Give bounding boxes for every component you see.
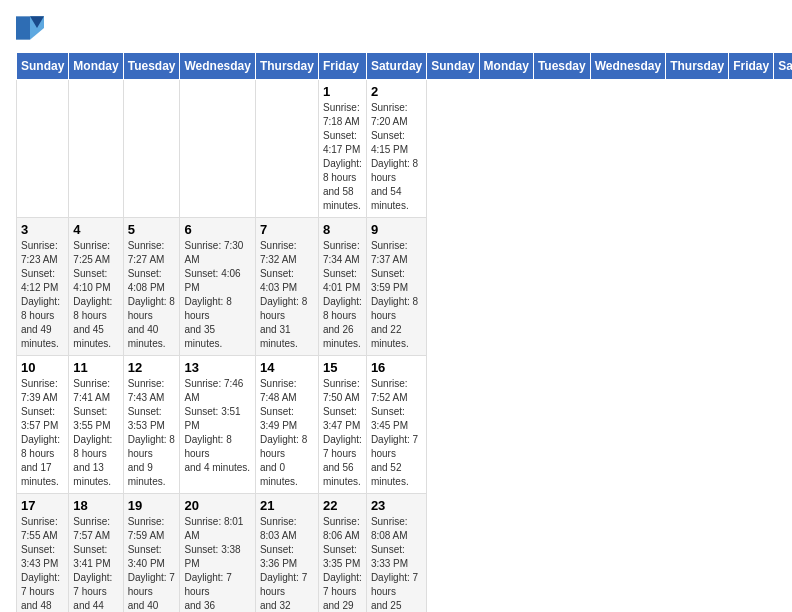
- header-day-friday: Friday: [729, 53, 774, 80]
- day-number: 12: [128, 360, 176, 375]
- calendar-cell: 22Sunrise: 8:06 AM Sunset: 3:35 PM Dayli…: [318, 494, 366, 613]
- calendar-cell: [17, 80, 69, 218]
- day-info: Sunrise: 8:06 AM Sunset: 3:35 PM Dayligh…: [323, 515, 362, 612]
- calendar-table: SundayMondayTuesdayWednesdayThursdayFrid…: [16, 52, 792, 612]
- calendar-cell: 1Sunrise: 7:18 AM Sunset: 4:17 PM Daylig…: [318, 80, 366, 218]
- day-info: Sunrise: 7:55 AM Sunset: 3:43 PM Dayligh…: [21, 515, 64, 612]
- calendar-cell: 7Sunrise: 7:32 AM Sunset: 4:03 PM Daylig…: [255, 218, 318, 356]
- header-day-saturday: Saturday: [774, 53, 792, 80]
- calendar-cell: [255, 80, 318, 218]
- day-number: 14: [260, 360, 314, 375]
- day-info: Sunrise: 7:39 AM Sunset: 3:57 PM Dayligh…: [21, 377, 64, 489]
- calendar-cell: 3Sunrise: 7:23 AM Sunset: 4:12 PM Daylig…: [17, 218, 69, 356]
- calendar-cell: 20Sunrise: 8:01 AM Sunset: 3:38 PM Dayli…: [180, 494, 255, 613]
- day-info: Sunrise: 7:32 AM Sunset: 4:03 PM Dayligh…: [260, 239, 314, 351]
- calendar-cell: [180, 80, 255, 218]
- day-number: 18: [73, 498, 118, 513]
- day-number: 4: [73, 222, 118, 237]
- header-wednesday: Wednesday: [180, 53, 255, 80]
- header-day-monday: Monday: [479, 53, 533, 80]
- day-number: 5: [128, 222, 176, 237]
- day-info: Sunrise: 8:03 AM Sunset: 3:36 PM Dayligh…: [260, 515, 314, 612]
- header-tuesday: Tuesday: [123, 53, 180, 80]
- day-number: 10: [21, 360, 64, 375]
- header-saturday: Saturday: [366, 53, 426, 80]
- header-thursday: Thursday: [255, 53, 318, 80]
- calendar-cell: 9Sunrise: 7:37 AM Sunset: 3:59 PM Daylig…: [366, 218, 426, 356]
- day-info: Sunrise: 7:37 AM Sunset: 3:59 PM Dayligh…: [371, 239, 422, 351]
- calendar-cell: 17Sunrise: 7:55 AM Sunset: 3:43 PM Dayli…: [17, 494, 69, 613]
- calendar-cell: 14Sunrise: 7:48 AM Sunset: 3:49 PM Dayli…: [255, 356, 318, 494]
- calendar-cell: 5Sunrise: 7:27 AM Sunset: 4:08 PM Daylig…: [123, 218, 180, 356]
- day-number: 2: [371, 84, 422, 99]
- day-info: Sunrise: 7:20 AM Sunset: 4:15 PM Dayligh…: [371, 101, 422, 213]
- calendar-week-2: 3Sunrise: 7:23 AM Sunset: 4:12 PM Daylig…: [17, 218, 793, 356]
- header-day-sunday: Sunday: [427, 53, 479, 80]
- day-number: 9: [371, 222, 422, 237]
- day-number: 6: [184, 222, 250, 237]
- day-number: 22: [323, 498, 362, 513]
- calendar-cell: 4Sunrise: 7:25 AM Sunset: 4:10 PM Daylig…: [69, 218, 123, 356]
- day-info: Sunrise: 7:57 AM Sunset: 3:41 PM Dayligh…: [73, 515, 118, 612]
- day-number: 19: [128, 498, 176, 513]
- logo-icon: [16, 16, 44, 40]
- day-info: Sunrise: 7:46 AM Sunset: 3:51 PM Dayligh…: [184, 377, 250, 475]
- calendar-cell: [69, 80, 123, 218]
- calendar-cell: 21Sunrise: 8:03 AM Sunset: 3:36 PM Dayli…: [255, 494, 318, 613]
- day-info: Sunrise: 7:30 AM Sunset: 4:06 PM Dayligh…: [184, 239, 250, 351]
- day-info: Sunrise: 7:18 AM Sunset: 4:17 PM Dayligh…: [323, 101, 362, 213]
- calendar-cell: 15Sunrise: 7:50 AM Sunset: 3:47 PM Dayli…: [318, 356, 366, 494]
- header-day-thursday: Thursday: [666, 53, 729, 80]
- day-info: Sunrise: 7:52 AM Sunset: 3:45 PM Dayligh…: [371, 377, 422, 489]
- calendar-cell: [123, 80, 180, 218]
- day-number: 11: [73, 360, 118, 375]
- page-header: [16, 16, 776, 40]
- day-number: 7: [260, 222, 314, 237]
- day-number: 8: [323, 222, 362, 237]
- day-number: 20: [184, 498, 250, 513]
- day-info: Sunrise: 7:48 AM Sunset: 3:49 PM Dayligh…: [260, 377, 314, 489]
- calendar-cell: 23Sunrise: 8:08 AM Sunset: 3:33 PM Dayli…: [366, 494, 426, 613]
- day-info: Sunrise: 8:01 AM Sunset: 3:38 PM Dayligh…: [184, 515, 250, 612]
- calendar-cell: 13Sunrise: 7:46 AM Sunset: 3:51 PM Dayli…: [180, 356, 255, 494]
- day-info: Sunrise: 7:43 AM Sunset: 3:53 PM Dayligh…: [128, 377, 176, 489]
- day-info: Sunrise: 7:25 AM Sunset: 4:10 PM Dayligh…: [73, 239, 118, 351]
- header-friday: Friday: [318, 53, 366, 80]
- calendar-header-row: SundayMondayTuesdayWednesdayThursdayFrid…: [17, 53, 793, 80]
- day-number: 15: [323, 360, 362, 375]
- calendar-cell: 8Sunrise: 7:34 AM Sunset: 4:01 PM Daylig…: [318, 218, 366, 356]
- header-monday: Monday: [69, 53, 123, 80]
- header-sunday: Sunday: [17, 53, 69, 80]
- day-info: Sunrise: 8:08 AM Sunset: 3:33 PM Dayligh…: [371, 515, 422, 612]
- day-info: Sunrise: 7:41 AM Sunset: 3:55 PM Dayligh…: [73, 377, 118, 489]
- svg-rect-0: [16, 16, 30, 39]
- calendar-week-1: 1Sunrise: 7:18 AM Sunset: 4:17 PM Daylig…: [17, 80, 793, 218]
- day-info: Sunrise: 7:50 AM Sunset: 3:47 PM Dayligh…: [323, 377, 362, 489]
- day-info: Sunrise: 7:23 AM Sunset: 4:12 PM Dayligh…: [21, 239, 64, 351]
- day-number: 3: [21, 222, 64, 237]
- day-info: Sunrise: 7:27 AM Sunset: 4:08 PM Dayligh…: [128, 239, 176, 351]
- header-day-wednesday: Wednesday: [590, 53, 665, 80]
- day-number: 17: [21, 498, 64, 513]
- calendar-cell: 6Sunrise: 7:30 AM Sunset: 4:06 PM Daylig…: [180, 218, 255, 356]
- calendar-cell: 11Sunrise: 7:41 AM Sunset: 3:55 PM Dayli…: [69, 356, 123, 494]
- day-info: Sunrise: 7:59 AM Sunset: 3:40 PM Dayligh…: [128, 515, 176, 612]
- calendar-cell: 10Sunrise: 7:39 AM Sunset: 3:57 PM Dayli…: [17, 356, 69, 494]
- day-info: Sunrise: 7:34 AM Sunset: 4:01 PM Dayligh…: [323, 239, 362, 351]
- day-number: 23: [371, 498, 422, 513]
- day-number: 21: [260, 498, 314, 513]
- day-number: 1: [323, 84, 362, 99]
- calendar-cell: 18Sunrise: 7:57 AM Sunset: 3:41 PM Dayli…: [69, 494, 123, 613]
- calendar-week-3: 10Sunrise: 7:39 AM Sunset: 3:57 PM Dayli…: [17, 356, 793, 494]
- header-day-tuesday: Tuesday: [533, 53, 590, 80]
- calendar-week-4: 17Sunrise: 7:55 AM Sunset: 3:43 PM Dayli…: [17, 494, 793, 613]
- calendar-cell: 2Sunrise: 7:20 AM Sunset: 4:15 PM Daylig…: [366, 80, 426, 218]
- calendar-cell: 19Sunrise: 7:59 AM Sunset: 3:40 PM Dayli…: [123, 494, 180, 613]
- calendar-cell: 12Sunrise: 7:43 AM Sunset: 3:53 PM Dayli…: [123, 356, 180, 494]
- calendar-cell: 16Sunrise: 7:52 AM Sunset: 3:45 PM Dayli…: [366, 356, 426, 494]
- day-number: 13: [184, 360, 250, 375]
- day-number: 16: [371, 360, 422, 375]
- logo: [16, 16, 48, 40]
